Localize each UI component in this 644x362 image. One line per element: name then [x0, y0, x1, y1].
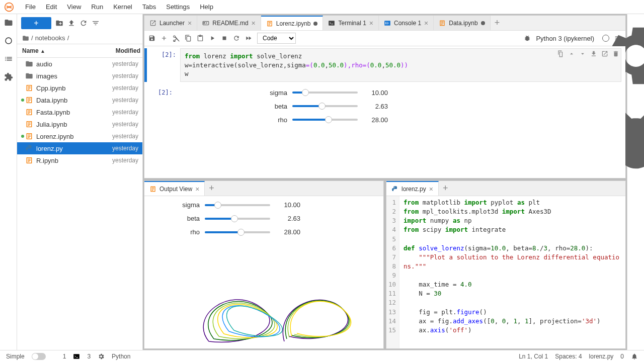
delete-icon[interactable]	[612, 50, 619, 57]
slider[interactable]	[205, 204, 270, 206]
celltype-select[interactable]: Code	[257, 33, 296, 44]
toc-icon[interactable]	[4, 54, 13, 63]
new-folder-icon[interactable]	[55, 19, 63, 27]
add-cell-icon[interactable]	[160, 35, 168, 42]
jupyter-logo	[4, 2, 14, 12]
restart-icon[interactable]	[233, 35, 240, 42]
dirty-icon	[481, 21, 485, 25]
new-launcher-button[interactable]: +	[21, 17, 51, 29]
lang-label: Python	[112, 353, 130, 360]
extensions-icon[interactable]	[4, 72, 13, 81]
menu-view[interactable]: View	[62, 1, 86, 13]
tab[interactable]: lorenz.py×	[386, 181, 439, 196]
paste-icon[interactable]	[197, 35, 204, 42]
slider-label: rho	[237, 116, 292, 124]
code-panel: lorenz.py×+ 123456789101112131415 from m…	[386, 180, 626, 349]
tab[interactable]: Launcher×	[144, 16, 197, 30]
slider-label: sigma	[159, 201, 205, 209]
simple-toggle[interactable]	[32, 353, 46, 360]
tab[interactable]: Console 1×	[379, 16, 434, 30]
filebrowser: + / notebooks / Name ▲ Modified audioyes…	[17, 14, 143, 350]
add-tab-button[interactable]: +	[439, 183, 452, 194]
tab[interactable]: Data.ipynb	[434, 16, 490, 30]
slider[interactable]	[292, 119, 358, 121]
stop-icon[interactable]	[221, 35, 228, 42]
kernel-gear-icon[interactable]	[98, 353, 105, 360]
prompt: [2]:	[148, 48, 180, 82]
cursor-pos[interactable]: Ln 1, Col 1	[519, 353, 548, 360]
slider-row: sigma10.00	[159, 201, 383, 209]
restart-run-icon[interactable]	[245, 35, 252, 42]
debug-icon[interactable]	[524, 35, 531, 42]
save-icon[interactable]	[148, 35, 155, 42]
menu-edit[interactable]: Edit	[41, 1, 62, 13]
activity-bar	[0, 14, 17, 350]
nb-sessions[interactable]: 1	[63, 353, 66, 360]
file-row[interactable]: audioyesterday	[17, 58, 142, 70]
file-row[interactable]: Lorenz.ipynbyesterday	[17, 130, 142, 142]
menu-run[interactable]: Run	[86, 1, 108, 13]
slider-row: sigma10.00	[237, 89, 388, 97]
slider-label: sigma	[237, 89, 292, 97]
close-icon[interactable]: ×	[188, 19, 192, 27]
slider[interactable]	[205, 231, 270, 233]
file-row[interactable]: Data.ipynbyesterday	[17, 94, 142, 106]
tab[interactable]: Terminal 1×	[323, 16, 379, 30]
slider[interactable]	[292, 105, 358, 107]
code-editor[interactable]: from lorenz import solve_lorenz w=intera…	[180, 48, 621, 82]
slider[interactable]	[205, 218, 270, 220]
filter-icon[interactable]	[92, 19, 100, 27]
close-icon[interactable]: ×	[195, 185, 199, 193]
file-row[interactable]: imagesyesterday	[17, 70, 142, 82]
close-icon[interactable]: ×	[252, 19, 256, 27]
file-row[interactable]: Julia.ipynbyesterday	[17, 118, 142, 130]
file-name: lorenz.py	[589, 353, 614, 360]
msg-count[interactable]: 0	[620, 353, 624, 360]
movedown-icon[interactable]	[579, 50, 586, 57]
slider-value: 28.00	[358, 116, 388, 124]
tab[interactable]: Output View×	[144, 181, 205, 196]
add-tab-button[interactable]: +	[491, 18, 504, 28]
col-name[interactable]: Name ▲	[17, 44, 102, 57]
copy-icon[interactable]	[185, 35, 192, 42]
notebook-toolbar: Code Python 3 (ipykernel)	[144, 31, 625, 46]
slider-value: 10.00	[270, 201, 300, 209]
file-row[interactable]: lorenz.pyyesterday	[17, 142, 142, 154]
files-icon[interactable]	[4, 18, 13, 27]
duplicate-icon[interactable]	[557, 50, 564, 57]
output-view-panel: Output View×+ sigma10.00beta2.63rho28.00	[144, 180, 384, 349]
code-cell[interactable]: [2]: from lorenz import solve_lorenz w=i…	[144, 48, 625, 82]
file-row[interactable]: Cpp.ipynbyesterday	[17, 82, 142, 94]
moveup-icon[interactable]	[568, 50, 575, 57]
menu-kernel[interactable]: Kernel	[108, 1, 137, 13]
close-icon[interactable]: ×	[429, 185, 433, 193]
slider-label: beta	[237, 103, 292, 110]
col-modified[interactable]: Modified	[102, 44, 142, 57]
file-row[interactable]: Fasta.ipynbyesterday	[17, 106, 142, 118]
menu-tabs[interactable]: Tabs	[137, 1, 161, 13]
menu-help[interactable]: Help	[195, 1, 218, 13]
add-tab-button[interactable]: +	[205, 183, 218, 194]
newtab-icon[interactable]	[601, 50, 608, 57]
breadcrumb[interactable]: / notebooks /	[17, 32, 142, 44]
lorenz-plot	[144, 256, 383, 346]
tab[interactable]: Lorenz.ipynb	[261, 16, 324, 30]
file-row[interactable]: R.ipynbyesterday	[17, 154, 142, 166]
close-icon[interactable]: ×	[369, 19, 373, 27]
term-sessions[interactable]: 3	[87, 353, 91, 360]
upload-icon[interactable]	[67, 19, 75, 27]
running-icon[interactable]	[4, 36, 13, 45]
slider[interactable]	[292, 92, 358, 94]
bell-icon[interactable]	[631, 353, 638, 360]
cut-icon[interactable]	[173, 35, 180, 42]
close-icon[interactable]: ×	[424, 19, 428, 27]
run-icon[interactable]	[209, 35, 216, 42]
insert-icon[interactable]	[590, 50, 597, 57]
indent[interactable]: Spaces: 4	[555, 353, 582, 360]
simple-label: Simple	[6, 353, 25, 360]
menu-file[interactable]: File	[20, 1, 41, 13]
python-editor[interactable]: 123456789101112131415 from matplotlib im…	[386, 196, 625, 348]
menu-settings[interactable]: Settings	[161, 1, 195, 13]
tab[interactable]: README.md×	[197, 16, 261, 30]
refresh-icon[interactable]	[79, 19, 88, 27]
